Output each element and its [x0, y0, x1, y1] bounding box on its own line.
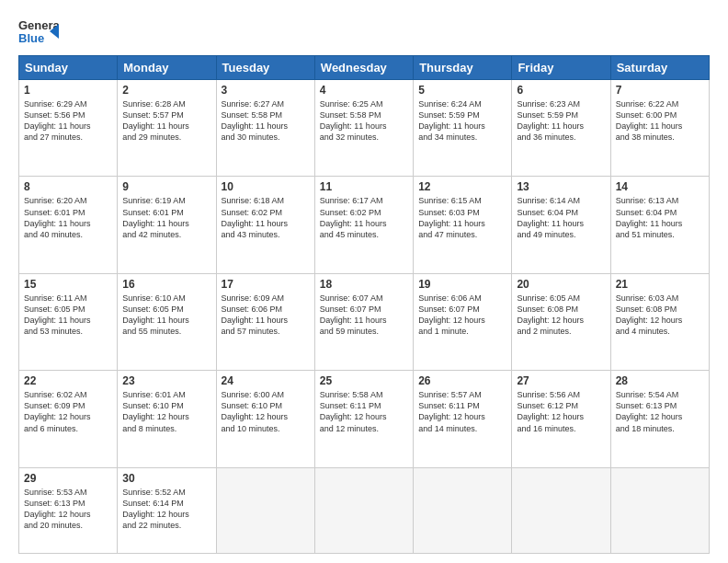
weekday-header-sunday: Sunday: [19, 56, 118, 80]
day-number: 20: [517, 278, 605, 291]
day-number: 27: [517, 374, 605, 387]
day-info: Sunrise: 5:54 AM Sunset: 6:13 PM Dayligh…: [616, 389, 704, 434]
calendar-cell: 9Sunrise: 6:19 AM Sunset: 6:01 PM Daylig…: [118, 177, 216, 273]
calendar-cell: [216, 467, 314, 553]
calendar-cell: 11Sunrise: 6:17 AM Sunset: 6:02 PM Dayli…: [314, 177, 413, 273]
calendar-cell: 28Sunrise: 5:54 AM Sunset: 6:13 PM Dayli…: [610, 371, 709, 467]
day-number: 4: [320, 84, 408, 97]
calendar-cell: 26Sunrise: 5:57 AM Sunset: 6:11 PM Dayli…: [414, 371, 512, 467]
day-number: 23: [122, 374, 210, 387]
logo-icon: General Blue: [18, 15, 59, 48]
calendar-cell: 5Sunrise: 6:24 AM Sunset: 5:59 PM Daylig…: [414, 80, 512, 177]
day-number: 7: [616, 84, 704, 97]
calendar-cell: 25Sunrise: 5:58 AM Sunset: 6:11 PM Dayli…: [314, 371, 413, 467]
calendar-cell: [512, 467, 610, 553]
day-number: 3: [222, 84, 310, 97]
calendar-cell: 29Sunrise: 5:53 AM Sunset: 6:13 PM Dayli…: [19, 467, 118, 553]
week-row-1: 1Sunrise: 6:29 AM Sunset: 5:56 PM Daylig…: [19, 80, 710, 177]
day-info: Sunrise: 5:58 AM Sunset: 6:11 PM Dayligh…: [320, 389, 408, 434]
day-info: Sunrise: 6:27 AM Sunset: 5:58 PM Dayligh…: [222, 98, 310, 144]
day-number: 21: [616, 278, 704, 291]
weekday-header-wednesday: Wednesday: [314, 56, 413, 80]
day-number: 18: [320, 278, 408, 291]
calendar-cell: [314, 467, 413, 553]
day-number: 8: [24, 180, 112, 193]
day-info: Sunrise: 6:05 AM Sunset: 6:08 PM Dayligh…: [517, 293, 605, 338]
calendar-cell: 15Sunrise: 6:11 AM Sunset: 6:05 PM Dayli…: [19, 273, 118, 370]
weekday-header-row: SundayMondayTuesdayWednesdayThursdayFrid…: [19, 56, 710, 80]
calendar-cell: 27Sunrise: 5:56 AM Sunset: 6:12 PM Dayli…: [512, 371, 610, 467]
day-info: Sunrise: 6:23 AM Sunset: 5:59 PM Dayligh…: [517, 98, 605, 144]
day-number: 11: [320, 180, 408, 193]
calendar-cell: [414, 467, 512, 553]
day-info: Sunrise: 6:18 AM Sunset: 6:02 PM Dayligh…: [222, 195, 310, 240]
day-number: 22: [24, 374, 112, 387]
header: General Blue: [18, 15, 710, 48]
calendar-cell: 16Sunrise: 6:10 AM Sunset: 6:05 PM Dayli…: [118, 273, 216, 370]
day-info: Sunrise: 6:14 AM Sunset: 6:04 PM Dayligh…: [517, 195, 605, 240]
day-info: Sunrise: 5:53 AM Sunset: 6:13 PM Dayligh…: [24, 487, 112, 532]
day-info: Sunrise: 6:06 AM Sunset: 6:07 PM Dayligh…: [418, 293, 506, 338]
calendar-cell: 2Sunrise: 6:28 AM Sunset: 5:57 PM Daylig…: [118, 80, 216, 177]
calendar-cell: 8Sunrise: 6:20 AM Sunset: 6:01 PM Daylig…: [19, 177, 118, 273]
calendar-cell: 23Sunrise: 6:01 AM Sunset: 6:10 PM Dayli…: [118, 371, 216, 467]
day-info: Sunrise: 6:28 AM Sunset: 5:57 PM Dayligh…: [122, 98, 210, 144]
svg-text:Blue: Blue: [18, 31, 44, 45]
calendar-cell: 19Sunrise: 6:06 AM Sunset: 6:07 PM Dayli…: [414, 273, 512, 370]
day-info: Sunrise: 6:10 AM Sunset: 6:05 PM Dayligh…: [122, 293, 210, 338]
calendar-cell: 10Sunrise: 6:18 AM Sunset: 6:02 PM Dayli…: [216, 177, 314, 273]
day-info: Sunrise: 6:17 AM Sunset: 6:02 PM Dayligh…: [320, 195, 408, 240]
day-info: Sunrise: 6:22 AM Sunset: 6:00 PM Dayligh…: [616, 98, 704, 144]
calendar-table: SundayMondayTuesdayWednesdayThursdayFrid…: [18, 55, 710, 554]
day-info: Sunrise: 6:19 AM Sunset: 6:01 PM Dayligh…: [122, 195, 210, 240]
day-info: Sunrise: 6:11 AM Sunset: 6:05 PM Dayligh…: [24, 293, 112, 338]
day-number: 28: [616, 374, 704, 387]
day-info: Sunrise: 6:13 AM Sunset: 6:04 PM Dayligh…: [616, 195, 704, 240]
day-info: Sunrise: 5:52 AM Sunset: 6:14 PM Dayligh…: [122, 487, 210, 532]
day-info: Sunrise: 6:25 AM Sunset: 5:58 PM Dayligh…: [320, 98, 408, 144]
day-info: Sunrise: 6:02 AM Sunset: 6:09 PM Dayligh…: [24, 389, 112, 434]
day-info: Sunrise: 6:00 AM Sunset: 6:10 PM Dayligh…: [222, 389, 310, 434]
day-number: 17: [222, 278, 310, 291]
calendar-cell: 24Sunrise: 6:00 AM Sunset: 6:10 PM Dayli…: [216, 371, 314, 467]
calendar-cell: 18Sunrise: 6:07 AM Sunset: 6:07 PM Dayli…: [314, 273, 413, 370]
day-number: 2: [122, 84, 210, 97]
day-number: 13: [517, 180, 605, 193]
day-info: Sunrise: 6:20 AM Sunset: 6:01 PM Dayligh…: [24, 195, 112, 240]
day-info: Sunrise: 6:09 AM Sunset: 6:06 PM Dayligh…: [222, 293, 310, 338]
day-number: 16: [122, 278, 210, 291]
day-number: 9: [122, 180, 210, 193]
logo: General Blue: [18, 15, 59, 48]
day-number: 29: [24, 472, 112, 485]
day-number: 12: [418, 180, 506, 193]
calendar-cell: [610, 467, 709, 553]
weekday-header-monday: Monday: [118, 56, 216, 80]
calendar-cell: 12Sunrise: 6:15 AM Sunset: 6:03 PM Dayli…: [414, 177, 512, 273]
calendar-cell: 13Sunrise: 6:14 AM Sunset: 6:04 PM Dayli…: [512, 177, 610, 273]
calendar-cell: 7Sunrise: 6:22 AM Sunset: 6:00 PM Daylig…: [610, 80, 709, 177]
day-info: Sunrise: 6:01 AM Sunset: 6:10 PM Dayligh…: [122, 389, 210, 434]
day-info: Sunrise: 5:56 AM Sunset: 6:12 PM Dayligh…: [517, 389, 605, 434]
calendar-cell: 17Sunrise: 6:09 AM Sunset: 6:06 PM Dayli…: [216, 273, 314, 370]
calendar-cell: 4Sunrise: 6:25 AM Sunset: 5:58 PM Daylig…: [314, 80, 413, 177]
weekday-header-thursday: Thursday: [414, 56, 512, 80]
weekday-header-saturday: Saturday: [610, 56, 709, 80]
calendar-cell: 14Sunrise: 6:13 AM Sunset: 6:04 PM Dayli…: [610, 177, 709, 273]
calendar-cell: 3Sunrise: 6:27 AM Sunset: 5:58 PM Daylig…: [216, 80, 314, 177]
week-row-5: 29Sunrise: 5:53 AM Sunset: 6:13 PM Dayli…: [19, 467, 710, 553]
day-info: Sunrise: 6:24 AM Sunset: 5:59 PM Dayligh…: [418, 98, 506, 144]
day-number: 15: [24, 278, 112, 291]
day-number: 26: [418, 374, 506, 387]
day-info: Sunrise: 6:03 AM Sunset: 6:08 PM Dayligh…: [616, 293, 704, 338]
day-number: 30: [122, 472, 210, 485]
calendar-cell: 21Sunrise: 6:03 AM Sunset: 6:08 PM Dayli…: [610, 273, 709, 370]
week-row-2: 8Sunrise: 6:20 AM Sunset: 6:01 PM Daylig…: [19, 177, 710, 273]
calendar-cell: 22Sunrise: 6:02 AM Sunset: 6:09 PM Dayli…: [19, 371, 118, 467]
page: General Blue SundayMondayTuesdayWednesda…: [0, 0, 728, 563]
day-number: 5: [418, 84, 506, 97]
day-number: 25: [320, 374, 408, 387]
calendar-cell: 20Sunrise: 6:05 AM Sunset: 6:08 PM Dayli…: [512, 273, 610, 370]
calendar-cell: 1Sunrise: 6:29 AM Sunset: 5:56 PM Daylig…: [19, 80, 118, 177]
day-number: 19: [418, 278, 506, 291]
day-info: Sunrise: 5:57 AM Sunset: 6:11 PM Dayligh…: [418, 389, 506, 434]
